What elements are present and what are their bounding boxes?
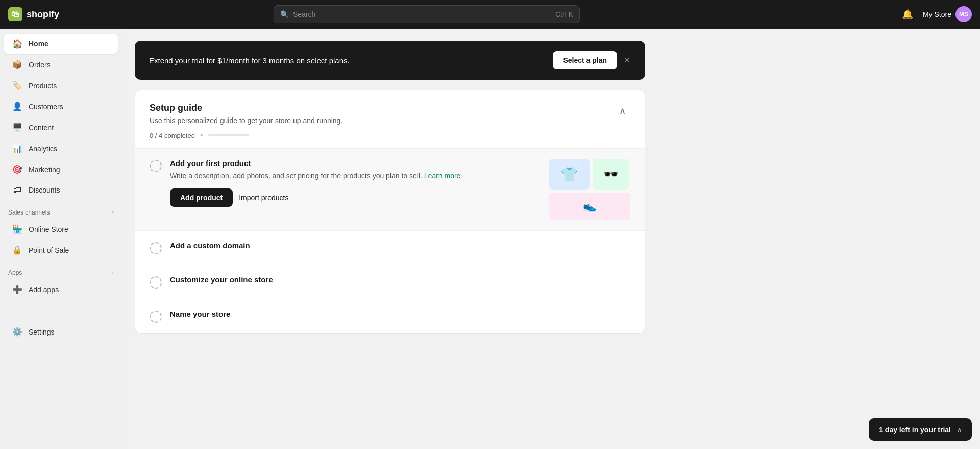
avatar: MS [955, 6, 972, 22]
setup-guide-description: Use this personalized guide to get your … [150, 116, 342, 125]
custom-domain-title: Add a custom domain [170, 241, 630, 250]
progress-area: 0 / 4 completed • [150, 131, 342, 140]
sidebar-label-content: Content [29, 124, 54, 132]
select-plan-button[interactable]: Select a plan [553, 51, 617, 69]
custom-domain-content: Add a custom domain [170, 241, 630, 253]
online-store-icon: 🏪 [12, 224, 22, 234]
top-navigation: 🛍 shopify 🔍 Search Ctrl K 🔔 My Store MS [0, 0, 980, 29]
promo-text: Extend your trial for $1/month for 3 mon… [149, 56, 350, 65]
sidebar-item-settings[interactable]: ⚙️ Settings [4, 322, 118, 342]
product-image-top: 👕 🕶️ [549, 159, 630, 190]
setup-item-name-store[interactable]: Name your store [135, 299, 645, 333]
trial-banner-text: 1 day left in your trial [879, 426, 951, 434]
apps-section: Apps › [0, 261, 122, 278]
apps-label: Apps [8, 269, 22, 276]
import-products-button[interactable]: Import products [239, 194, 288, 202]
content-icon: 🖥️ [12, 123, 22, 132]
discounts-icon: 🏷 [12, 185, 22, 195]
progress-dot: • [200, 131, 203, 140]
check-circle-customize-store [150, 276, 162, 289]
add-product-actions: Add product Import products [170, 188, 541, 207]
sidebar-item-marketing[interactable]: 🎯 Marketing [4, 159, 118, 179]
customize-store-content: Customize your online store [170, 275, 630, 287]
point-of-sale-icon: 🔒 [12, 245, 22, 255]
sales-channels-section: Sales channels › [0, 201, 122, 218]
sidebar: 🏠 Home 📦 Orders 🏷️ Products 👤 Customers … [0, 29, 122, 449]
store-name: My Store [923, 10, 951, 18]
sidebar-item-customers[interactable]: 👤 Customers [4, 97, 118, 116]
check-circle-add-product [150, 160, 162, 172]
setup-card-header-content: Setup guide Use this personalized guide … [150, 103, 342, 140]
add-product-desc: Write a description, add photos, and set… [170, 171, 541, 181]
setup-item-add-product[interactable]: Add your first product Write a descripti… [135, 148, 645, 230]
progress-bar-container [208, 134, 249, 136]
sidebar-label-settings: Settings [29, 328, 55, 336]
products-icon: 🏷️ [12, 81, 22, 90]
collapse-button[interactable]: ∧ [614, 103, 630, 119]
setup-item-custom-domain[interactable]: Add a custom domain [135, 230, 645, 265]
sidebar-label-products: Products [29, 82, 57, 90]
sneakers-illustration: 👟 [549, 193, 630, 220]
product-image-illustration: 👕 🕶️ 👟 [549, 159, 630, 220]
sidebar-label-discounts: Discounts [29, 186, 60, 194]
apps-chevron-icon: › [112, 269, 114, 276]
learn-more-link[interactable]: Learn more [424, 172, 461, 180]
search-placeholder: Search [293, 10, 315, 18]
sidebar-item-discounts[interactable]: 🏷 Discounts [4, 180, 118, 200]
tshirt-illustration: 👕 [549, 159, 590, 190]
promo-banner: Extend your trial for $1/month for 3 mon… [135, 41, 645, 80]
name-store-title: Name your store [170, 310, 630, 318]
chevron-right-icon: › [112, 209, 114, 216]
sidebar-item-point-of-sale[interactable]: 🔒 Point of Sale [4, 240, 118, 260]
sidebar-item-products[interactable]: 🏷️ Products [4, 76, 118, 96]
logo-area: 🛍 shopify [8, 7, 110, 21]
home-icon: 🏠 [12, 39, 22, 49]
sidebar-label-online-store: Online Store [29, 225, 68, 233]
customize-store-title: Customize your online store [170, 275, 630, 284]
promo-actions: Select a plan ✕ [553, 51, 631, 69]
sidebar-item-add-apps[interactable]: ➕ Add apps [4, 279, 118, 299]
setup-guide-title: Setup guide [150, 103, 342, 113]
sidebar-item-orders[interactable]: 📦 Orders [4, 55, 118, 75]
progress-text: 0 / 4 completed [150, 132, 195, 139]
check-circle-name-store [150, 311, 162, 323]
check-circle-custom-domain [150, 242, 162, 254]
promo-close-button[interactable]: ✕ [623, 55, 631, 66]
orders-icon: 📦 [12, 60, 22, 69]
sidebar-label-orders: Orders [29, 61, 51, 69]
marketing-icon: 🎯 [12, 164, 22, 174]
sidebar-label-analytics: Analytics [29, 145, 57, 153]
sidebar-label-home: Home [29, 40, 48, 48]
sunglasses-illustration: 🕶️ [593, 159, 629, 190]
search-shortcut: Ctrl K [555, 10, 573, 18]
setup-guide-card: Setup guide Use this personalized guide … [135, 90, 645, 334]
add-apps-icon: ➕ [12, 285, 22, 294]
sidebar-item-analytics[interactable]: 📊 Analytics [4, 138, 118, 158]
settings-icon: ⚙️ [12, 327, 22, 337]
sidebar-label-customers: Customers [29, 103, 63, 111]
trial-banner[interactable]: 1 day left in your trial ∧ [869, 418, 972, 441]
main-content: Extend your trial for $1/month for 3 mon… [122, 29, 980, 449]
customers-icon: 👤 [12, 102, 22, 111]
name-store-content: Name your store [170, 310, 630, 321]
sidebar-label-point-of-sale: Point of Sale [29, 246, 69, 254]
trial-chevron-up-icon: ∧ [957, 426, 962, 433]
add-product-content: Add your first product Write a descripti… [170, 159, 541, 207]
topnav-right: 🔔 My Store MS [898, 5, 972, 23]
store-menu-button[interactable]: My Store MS [923, 6, 972, 22]
search-bar[interactable]: 🔍 Search Ctrl K [274, 5, 580, 23]
add-product-title: Add your first product [170, 159, 541, 168]
sidebar-item-home[interactable]: 🏠 Home [4, 34, 118, 54]
sidebar-item-online-store[interactable]: 🏪 Online Store [4, 219, 118, 239]
analytics-icon: 📊 [12, 144, 22, 153]
sales-channels-label: Sales channels [8, 209, 50, 216]
add-product-button[interactable]: Add product [170, 188, 233, 207]
sidebar-label-add-apps: Add apps [29, 286, 59, 294]
logo-text: shopify [27, 9, 59, 20]
sidebar-label-marketing: Marketing [29, 166, 60, 174]
sidebar-item-content[interactable]: 🖥️ Content [4, 117, 118, 137]
setup-card-header: Setup guide Use this personalized guide … [135, 90, 645, 148]
notifications-button[interactable]: 🔔 [898, 5, 917, 23]
setup-item-customize-store[interactable]: Customize your online store [135, 265, 645, 299]
shopify-logo-icon: 🛍 [8, 7, 22, 21]
